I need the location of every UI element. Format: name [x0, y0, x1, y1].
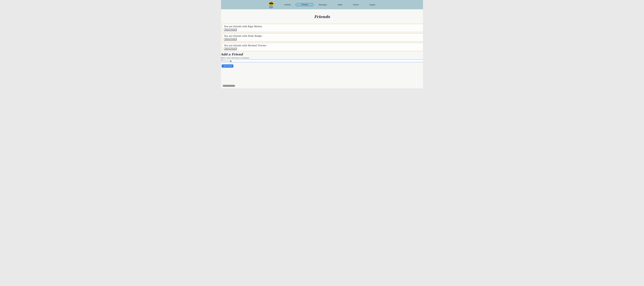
nav-link-events[interactable]: Events	[353, 4, 358, 6]
nav-link-friends[interactable]: Friends	[296, 3, 314, 6]
friend-message: You are friends with Holly Rudge	[224, 34, 423, 38]
nav-link-messages[interactable]: Messages	[318, 4, 327, 6]
friend-message: You are friends with Michael Trevino	[224, 44, 423, 47]
social-buzz-logo[interactable]: SOCIAL BUZZ	[269, 1, 274, 8]
remove-friend-button[interactable]: Remove Friend	[224, 28, 236, 31]
add-friend-label: Enter a user's full name or username:	[221, 57, 423, 59]
add-friend-heading: Add a Friend	[221, 52, 423, 56]
navbar-content: SOCIAL BUZZ Articles Friends Messages Ta…	[269, 0, 375, 9]
logo-line2: BUZZ	[269, 8, 274, 8]
remove-friend-button[interactable]: Remove Friend	[224, 38, 236, 40]
add-friend-button[interactable]: Add Friend	[222, 64, 234, 68]
app-window: SOCIAL BUZZ Articles Friends Messages Ta…	[221, 0, 423, 88]
remove-friend-button[interactable]: Remove Friend	[224, 48, 236, 50]
friends-list: You are friends with Kipp Minton Remove …	[221, 24, 423, 51]
friend-card: You are friends with Michael Trevino Rem…	[222, 43, 423, 51]
bee-hexagon-icon	[269, 1, 274, 6]
text-caret	[222, 60, 222, 61]
nav-link-tasks[interactable]: Tasks	[338, 4, 342, 6]
fox-icon	[224, 85, 225, 86]
gifox-badge-text: MADE WITH GIFOX	[225, 86, 234, 86]
gifox-badge[interactable]: MADE WITH GIFOX	[223, 85, 235, 87]
friend-name-input[interactable]	[221, 60, 423, 62]
top-navbar: SOCIAL BUZZ Articles Friends Messages Ta…	[221, 0, 423, 9]
nav-link-logout[interactable]: Logout	[369, 4, 375, 6]
friend-message: You are friends with Kipp Minton	[224, 25, 423, 28]
page-title: Friends	[221, 9, 423, 19]
logo-wordmark: SOCIAL BUZZ	[269, 6, 274, 8]
friend-card: You are friends with Kipp Minton Remove …	[222, 24, 423, 32]
friend-card: You are friends with Holly Rudge Remove …	[222, 33, 423, 42]
nav-link-articles[interactable]: Articles	[284, 4, 291, 6]
